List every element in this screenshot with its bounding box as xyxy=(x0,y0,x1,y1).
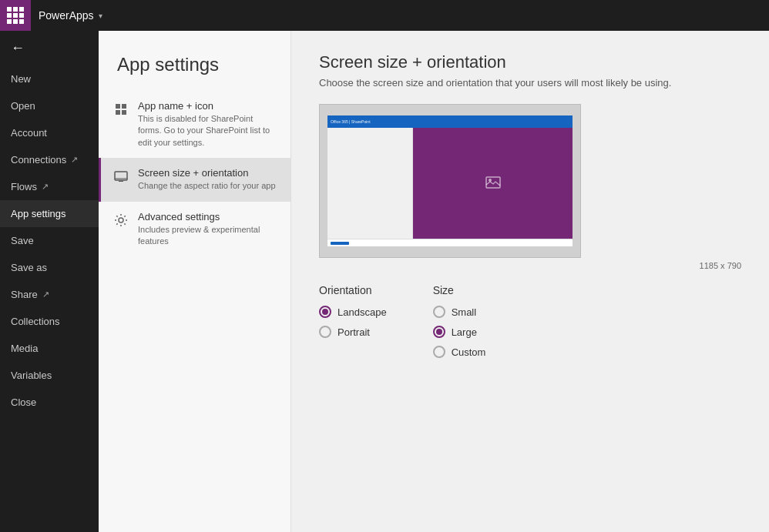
settings-item-app-name-desc: This is disabled for SharePoint forms. G… xyxy=(138,113,278,149)
main-layout: ← New Open Account Connections ↗ Flows ↗… xyxy=(0,31,769,532)
settings-item-screen-size-title: Screen size + orientation xyxy=(138,167,276,179)
preview-image-icon xyxy=(485,176,501,191)
sidebar-item-label: Save as xyxy=(11,262,47,273)
back-icon: ← xyxy=(11,40,25,55)
sidebar-item-media[interactable]: Media xyxy=(0,335,99,362)
preview-nav-sidebar xyxy=(327,128,413,239)
size-label: Size xyxy=(433,284,486,296)
content-desc: Choose the screen size and orientation t… xyxy=(319,77,741,89)
sidebar-item-share[interactable]: Share ↗ xyxy=(0,281,99,308)
svg-rect-1 xyxy=(122,104,126,109)
content-area: App settings App name + icon This is dis… xyxy=(99,31,769,532)
settings-item-screen-size[interactable]: Screen size + orientation Change the asp… xyxy=(99,158,290,201)
advanced-settings-icon xyxy=(113,212,129,228)
sidebar-item-label: Close xyxy=(11,396,36,408)
preview-body xyxy=(327,128,573,239)
chevron-down-icon[interactable]: ▾ xyxy=(99,12,102,20)
sidebar-item-label: Account xyxy=(11,127,47,139)
landscape-option[interactable]: Landscape xyxy=(319,306,387,318)
sidebar-item-label: Open xyxy=(11,100,35,112)
svg-rect-2 xyxy=(116,110,120,115)
preview-toolbar: Office 365 | SharePoint xyxy=(327,115,573,128)
settings-item-app-name[interactable]: App name + icon This is disabled for Sha… xyxy=(99,91,290,158)
settings-item-screen-size-desc: Change the aspect ratio for your app xyxy=(138,180,276,192)
sidebar-item-variables[interactable]: Variables xyxy=(0,362,99,389)
app-logo[interactable] xyxy=(0,0,31,31)
custom-radio[interactable] xyxy=(433,346,445,358)
sidebar-item-close[interactable]: Close xyxy=(0,389,99,416)
preview-scroll-indicator xyxy=(331,242,349,245)
sidebar-item-app-settings[interactable]: App settings xyxy=(0,200,99,227)
orientation-group: Orientation Landscape Portrait xyxy=(319,284,387,366)
preview-toolbar-text: Office 365 | SharePoint xyxy=(331,119,371,124)
large-option[interactable]: Large xyxy=(433,326,486,338)
landscape-label: Landscape xyxy=(337,306,387,318)
sidebar-item-new[interactable]: New xyxy=(0,65,99,92)
sidebar-item-label: Variables xyxy=(11,370,52,381)
app-name-label: PowerApps xyxy=(39,9,94,22)
external-link-icon: ↗ xyxy=(71,155,78,165)
svg-rect-0 xyxy=(116,104,120,109)
grid-icon xyxy=(7,7,24,24)
landscape-radio-fill xyxy=(322,309,328,315)
landscape-radio[interactable] xyxy=(319,306,331,318)
settings-item-advanced-desc: Includes preview & experimental features xyxy=(138,224,278,248)
preview-inner: Office 365 | SharePoint xyxy=(327,115,573,246)
large-label: Large xyxy=(452,326,477,338)
settings-item-advanced[interactable]: Advanced settings Includes preview & exp… xyxy=(99,202,290,257)
app-name-icon xyxy=(113,102,129,117)
screen-size-icon xyxy=(113,169,129,184)
sidebar-item-connections[interactable]: Connections ↗ xyxy=(0,146,99,173)
svg-rect-8 xyxy=(486,177,500,188)
custom-label: Custom xyxy=(452,346,486,358)
sidebar-item-open[interactable]: Open xyxy=(0,92,99,119)
preview-dimensions: 1185 x 790 xyxy=(319,261,741,270)
preview-main-area xyxy=(413,128,573,239)
portrait-option[interactable]: Portrait xyxy=(319,326,387,338)
sidebar-item-label: App settings xyxy=(11,208,66,219)
svg-rect-5 xyxy=(119,181,123,182)
sidebar-item-label: Media xyxy=(11,343,38,354)
screen-preview: Office 365 | SharePoint xyxy=(319,104,581,258)
size-group: Size Small Large Custom xyxy=(433,284,486,366)
sidebar-item-label: Collections xyxy=(11,316,60,327)
settings-panel-title: App settings xyxy=(99,38,290,91)
back-button[interactable]: ← xyxy=(0,31,99,65)
sidebar-item-save[interactable]: Save xyxy=(0,227,99,254)
settings-panel: App settings App name + icon This is dis… xyxy=(99,31,291,532)
sidebar: ← New Open Account Connections ↗ Flows ↗… xyxy=(0,31,99,532)
sidebar-item-flows[interactable]: Flows ↗ xyxy=(0,173,99,200)
app-name: PowerApps ▾ xyxy=(39,9,102,22)
large-radio[interactable] xyxy=(433,326,445,338)
sidebar-item-label: Connections xyxy=(11,154,66,166)
svg-rect-3 xyxy=(122,110,126,115)
small-label: Small xyxy=(452,306,477,318)
portrait-label: Portrait xyxy=(337,326,370,338)
sidebar-item-label: Share xyxy=(11,289,38,300)
custom-option[interactable]: Custom xyxy=(433,346,486,358)
settings-item-app-name-title: App name + icon xyxy=(138,100,278,112)
portrait-radio[interactable] xyxy=(319,326,331,338)
large-radio-fill xyxy=(436,329,442,335)
options-row: Orientation Landscape Portrait Size xyxy=(319,284,741,366)
content-title: Screen size + orientation xyxy=(319,52,741,72)
svg-point-7 xyxy=(119,218,123,223)
sidebar-item-save-as[interactable]: Save as xyxy=(0,254,99,281)
sidebar-item-label: New xyxy=(11,73,31,85)
sidebar-item-label: Flows xyxy=(11,181,37,192)
orientation-label: Orientation xyxy=(319,284,387,296)
preview-bottom-bar-area xyxy=(327,239,573,246)
small-radio[interactable] xyxy=(433,306,445,318)
topbar: PowerApps ▾ xyxy=(0,0,769,31)
external-link-icon: ↗ xyxy=(42,182,49,192)
settings-content: Screen size + orientation Choose the scr… xyxy=(291,31,769,532)
sidebar-item-collections[interactable]: Collections xyxy=(0,308,99,335)
settings-item-advanced-title: Advanced settings xyxy=(138,211,278,223)
sidebar-item-account[interactable]: Account xyxy=(0,119,99,146)
small-option[interactable]: Small xyxy=(433,306,486,318)
external-link-icon: ↗ xyxy=(42,289,49,299)
sidebar-item-label: Save xyxy=(11,235,34,246)
